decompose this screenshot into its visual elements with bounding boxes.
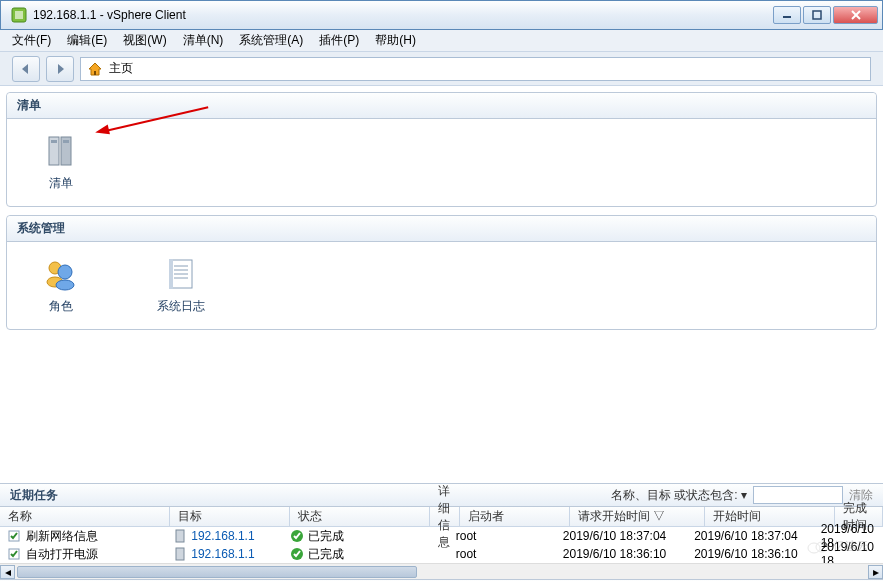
svg-rect-28	[176, 548, 184, 560]
menu-plugins[interactable]: 插件(P)	[311, 30, 367, 51]
address-bar[interactable]: 主页	[80, 57, 871, 81]
launcher-inventory[interactable]: 清单	[31, 133, 91, 192]
window-titlebar: 192.168.1.1 - vSphere Client	[0, 0, 883, 30]
svg-point-32	[816, 542, 828, 552]
svg-rect-23	[169, 259, 173, 289]
col-name[interactable]: 名称	[0, 507, 170, 526]
launcher-syslog[interactable]: 系统日志	[151, 256, 211, 315]
col-status[interactable]: 状态	[290, 507, 430, 526]
watermark: 亿速云	[807, 538, 869, 555]
annotation-arrow	[101, 131, 211, 133]
panel-admin: 系统管理 角色 系统日志	[6, 215, 877, 330]
menubar: 文件(F) 编辑(E) 视图(W) 清单(N) 系统管理(A) 插件(P) 帮助…	[0, 30, 883, 52]
menu-view[interactable]: 视图(W)	[115, 30, 174, 51]
launcher-roles[interactable]: 角色	[31, 256, 91, 315]
panel-inventory: 清单 清单	[6, 92, 877, 207]
svg-rect-12	[51, 140, 57, 143]
svg-marker-6	[22, 64, 28, 74]
task-icon	[8, 529, 22, 543]
menu-file[interactable]: 文件(F)	[4, 30, 59, 51]
success-icon	[290, 547, 304, 561]
nav-forward-button[interactable]	[46, 56, 74, 82]
nav-toolbar: 主页	[0, 52, 883, 86]
scroll-left-button[interactable]: ◂	[0, 565, 15, 579]
svg-point-15	[58, 265, 72, 279]
close-button[interactable]	[833, 6, 878, 24]
panel-admin-title: 系统管理	[7, 216, 876, 242]
maximize-button[interactable]	[803, 6, 831, 24]
main-content: 清单 清单 系统管理 角色 系统日志	[0, 86, 883, 483]
col-target[interactable]: 目标	[170, 507, 290, 526]
svg-rect-13	[63, 140, 69, 143]
success-icon	[290, 529, 304, 543]
tasks-filter-input[interactable]	[753, 486, 843, 504]
svg-point-17	[56, 280, 74, 290]
col-req[interactable]: 请求开始时间 ▽	[570, 507, 705, 526]
tasks-grid-header: 名称 目标 状态 详细信息 启动者 请求开始时间 ▽ 开始时间 完成时间	[0, 507, 883, 527]
launcher-syslog-label: 系统日志	[157, 298, 205, 315]
tasks-filter-label[interactable]: 名称、目标 或状态包含: ▾	[611, 487, 747, 504]
scroll-thumb[interactable]	[17, 566, 417, 578]
window-title: 192.168.1.1 - vSphere Client	[33, 8, 773, 22]
col-user[interactable]: 启动者	[460, 507, 570, 526]
launcher-inventory-label: 清单	[49, 175, 73, 192]
svg-rect-1	[15, 11, 23, 19]
home-icon	[87, 61, 103, 77]
svg-point-31	[808, 543, 820, 553]
task-target-link[interactable]: 192.168.1.1	[191, 547, 254, 561]
menu-help[interactable]: 帮助(H)	[367, 30, 424, 51]
menu-admin[interactable]: 系统管理(A)	[231, 30, 311, 51]
app-icon	[11, 7, 27, 23]
recent-tasks-title: 近期任务	[10, 487, 58, 504]
panel-inventory-title: 清单	[7, 93, 876, 119]
minimize-button[interactable]	[773, 6, 801, 24]
host-icon	[173, 529, 187, 543]
launcher-roles-label: 角色	[49, 298, 73, 315]
menu-edit[interactable]: 编辑(E)	[59, 30, 115, 51]
scroll-right-button[interactable]: ▸	[868, 565, 883, 579]
roles-icon	[43, 256, 79, 292]
col-detail[interactable]: 详细信息	[430, 507, 460, 526]
nav-back-button[interactable]	[12, 56, 40, 82]
breadcrumb-home[interactable]: 主页	[109, 60, 133, 77]
menu-inventory[interactable]: 清单(N)	[175, 30, 232, 51]
host-icon	[173, 547, 187, 561]
task-icon	[8, 547, 22, 561]
syslog-icon	[163, 256, 199, 292]
horizontal-scrollbar[interactable]: ◂ ▸	[0, 563, 883, 579]
svg-rect-25	[176, 530, 184, 542]
svg-rect-3	[813, 11, 821, 19]
svg-marker-7	[58, 64, 64, 74]
svg-rect-9	[94, 71, 96, 75]
server-icon	[43, 133, 79, 169]
task-target-link[interactable]: 192.168.1.1	[191, 529, 254, 543]
